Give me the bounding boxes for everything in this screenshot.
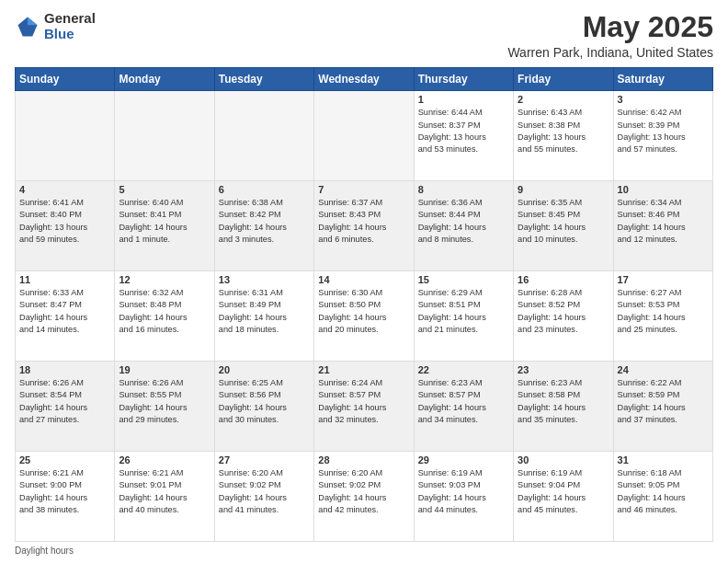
day-number: 22 [418, 364, 509, 375]
calendar-cell: 8Sunrise: 6:36 AM Sunset: 8:44 PM Daylig… [414, 181, 513, 271]
day-number: 27 [219, 454, 310, 465]
day-info: Sunrise: 6:20 AM Sunset: 9:02 PM Dayligh… [219, 467, 310, 516]
day-info: Sunrise: 6:43 AM Sunset: 8:38 PM Dayligh… [518, 107, 609, 155]
calendar-cell: 4Sunrise: 6:41 AM Sunset: 8:40 PM Daylig… [16, 181, 115, 271]
calendar-header-row: SundayMondayTuesdayWednesdayThursdayFrid… [16, 68, 713, 91]
calendar-day-header: Wednesday [314, 68, 414, 91]
day-info: Sunrise: 6:38 AM Sunset: 8:42 PM Dayligh… [219, 197, 310, 246]
day-number: 11 [19, 274, 110, 285]
calendar-cell: 27Sunrise: 6:20 AM Sunset: 9:02 PM Dayli… [214, 452, 313, 542]
calendar-cell: 6Sunrise: 6:38 AM Sunset: 8:42 PM Daylig… [214, 181, 313, 271]
calendar-cell: 14Sunrise: 6:30 AM Sunset: 8:50 PM Dayli… [314, 271, 414, 362]
calendar-cell: 7Sunrise: 6:37 AM Sunset: 8:43 PM Daylig… [314, 181, 414, 271]
calendar-cell: 21Sunrise: 6:24 AM Sunset: 8:57 PM Dayli… [314, 362, 414, 452]
calendar-week-row: 4Sunrise: 6:41 AM Sunset: 8:40 PM Daylig… [16, 181, 713, 271]
subtitle: Warren Park, Indiana, United States [507, 45, 713, 60]
calendar-day-header: Thursday [414, 68, 513, 91]
day-info: Sunrise: 6:26 AM Sunset: 8:55 PM Dayligh… [119, 377, 210, 426]
day-number: 29 [418, 454, 509, 465]
day-number: 16 [518, 274, 609, 285]
main-title: May 2025 [507, 11, 713, 43]
calendar-cell: 24Sunrise: 6:22 AM Sunset: 8:59 PM Dayli… [613, 362, 712, 452]
calendar-cell: 16Sunrise: 6:28 AM Sunset: 8:52 PM Dayli… [514, 271, 613, 362]
day-number: 30 [518, 454, 609, 465]
daylight-label: Daylight hours [15, 546, 74, 556]
calendar-week-row: 25Sunrise: 6:21 AM Sunset: 9:00 PM Dayli… [16, 452, 713, 542]
calendar-cell: 3Sunrise: 6:42 AM Sunset: 8:39 PM Daylig… [613, 91, 712, 181]
day-info: Sunrise: 6:34 AM Sunset: 8:46 PM Dayligh… [618, 197, 709, 246]
day-info: Sunrise: 6:19 AM Sunset: 9:04 PM Dayligh… [518, 467, 609, 516]
day-number: 15 [418, 274, 509, 285]
calendar-cell: 13Sunrise: 6:31 AM Sunset: 8:49 PM Dayli… [214, 271, 313, 362]
day-info: Sunrise: 6:31 AM Sunset: 8:49 PM Dayligh… [219, 287, 310, 336]
day-number: 6 [219, 184, 310, 195]
calendar-cell: 28Sunrise: 6:20 AM Sunset: 9:02 PM Dayli… [314, 452, 414, 542]
calendar-cell: 12Sunrise: 6:32 AM Sunset: 8:48 PM Dayli… [115, 271, 214, 362]
calendar-cell [115, 91, 214, 181]
day-number: 17 [618, 274, 709, 285]
calendar-day-header: Tuesday [214, 68, 313, 91]
day-info: Sunrise: 6:41 AM Sunset: 8:40 PM Dayligh… [19, 197, 110, 246]
calendar-cell: 20Sunrise: 6:25 AM Sunset: 8:56 PM Dayli… [214, 362, 313, 452]
day-number: 26 [119, 454, 210, 465]
day-info: Sunrise: 6:28 AM Sunset: 8:52 PM Dayligh… [518, 287, 609, 336]
day-number: 20 [219, 364, 310, 375]
day-info: Sunrise: 6:19 AM Sunset: 9:03 PM Dayligh… [418, 467, 509, 516]
day-info: Sunrise: 6:24 AM Sunset: 8:57 PM Dayligh… [318, 377, 409, 426]
calendar-day-header: Sunday [16, 68, 115, 91]
day-info: Sunrise: 6:22 AM Sunset: 8:59 PM Dayligh… [618, 377, 709, 426]
day-info: Sunrise: 6:40 AM Sunset: 8:41 PM Dayligh… [119, 197, 210, 246]
header: General Blue May 2025 Warren Park, India… [15, 11, 713, 60]
calendar-cell: 25Sunrise: 6:21 AM Sunset: 9:00 PM Dayli… [16, 452, 115, 542]
calendar-cell: 17Sunrise: 6:27 AM Sunset: 8:53 PM Dayli… [613, 271, 712, 362]
day-info: Sunrise: 6:36 AM Sunset: 8:44 PM Dayligh… [418, 197, 509, 246]
calendar-table: SundayMondayTuesdayWednesdayThursdayFrid… [15, 67, 713, 542]
day-number: 9 [518, 184, 609, 195]
calendar-cell [314, 91, 414, 181]
calendar-cell: 30Sunrise: 6:19 AM Sunset: 9:04 PM Dayli… [514, 452, 613, 542]
footer-note: Daylight hours [15, 546, 713, 556]
logo-blue-text: Blue [44, 27, 96, 42]
calendar-cell: 2Sunrise: 6:43 AM Sunset: 8:38 PM Daylig… [514, 91, 613, 181]
calendar-cell: 23Sunrise: 6:23 AM Sunset: 8:58 PM Dayli… [514, 362, 613, 452]
logo-text: General Blue [44, 11, 96, 41]
calendar-cell: 15Sunrise: 6:29 AM Sunset: 8:51 PM Dayli… [414, 271, 513, 362]
day-number: 3 [618, 94, 709, 105]
day-info: Sunrise: 6:25 AM Sunset: 8:56 PM Dayligh… [219, 377, 310, 426]
logo-icon [15, 14, 40, 40]
calendar-cell: 18Sunrise: 6:26 AM Sunset: 8:54 PM Dayli… [16, 362, 115, 452]
day-info: Sunrise: 6:20 AM Sunset: 9:02 PM Dayligh… [318, 467, 409, 516]
day-info: Sunrise: 6:44 AM Sunset: 8:37 PM Dayligh… [418, 107, 509, 155]
calendar-week-row: 1Sunrise: 6:44 AM Sunset: 8:37 PM Daylig… [16, 91, 713, 181]
day-number: 21 [318, 364, 409, 375]
day-number: 23 [518, 364, 609, 375]
day-info: Sunrise: 6:23 AM Sunset: 8:58 PM Dayligh… [518, 377, 609, 426]
calendar-cell: 22Sunrise: 6:23 AM Sunset: 8:57 PM Dayli… [414, 362, 513, 452]
day-number: 19 [119, 364, 210, 375]
calendar-day-header: Saturday [613, 68, 712, 91]
calendar-cell [214, 91, 313, 181]
day-info: Sunrise: 6:32 AM Sunset: 8:48 PM Dayligh… [119, 287, 210, 336]
calendar-week-row: 11Sunrise: 6:33 AM Sunset: 8:47 PM Dayli… [16, 271, 713, 362]
day-info: Sunrise: 6:35 AM Sunset: 8:45 PM Dayligh… [518, 197, 609, 246]
calendar-cell: 9Sunrise: 6:35 AM Sunset: 8:45 PM Daylig… [514, 181, 613, 271]
day-number: 24 [618, 364, 709, 375]
title-block: May 2025 Warren Park, Indiana, United St… [507, 11, 713, 60]
calendar-cell: 1Sunrise: 6:44 AM Sunset: 8:37 PM Daylig… [414, 91, 513, 181]
day-info: Sunrise: 6:23 AM Sunset: 8:57 PM Dayligh… [418, 377, 509, 426]
calendar-cell: 19Sunrise: 6:26 AM Sunset: 8:55 PM Dayli… [115, 362, 214, 452]
day-info: Sunrise: 6:27 AM Sunset: 8:53 PM Dayligh… [618, 287, 709, 336]
day-info: Sunrise: 6:30 AM Sunset: 8:50 PM Dayligh… [318, 287, 409, 336]
day-number: 2 [518, 94, 609, 105]
day-number: 31 [618, 454, 709, 465]
day-number: 28 [318, 454, 409, 465]
day-number: 7 [318, 184, 409, 195]
day-info: Sunrise: 6:21 AM Sunset: 9:01 PM Dayligh… [119, 467, 210, 516]
day-number: 12 [119, 274, 210, 285]
day-info: Sunrise: 6:42 AM Sunset: 8:39 PM Dayligh… [618, 107, 709, 155]
day-info: Sunrise: 6:37 AM Sunset: 8:43 PM Dayligh… [318, 197, 409, 246]
day-number: 14 [318, 274, 409, 285]
day-number: 4 [19, 184, 110, 195]
day-info: Sunrise: 6:21 AM Sunset: 9:00 PM Dayligh… [19, 467, 110, 516]
day-number: 8 [418, 184, 509, 195]
